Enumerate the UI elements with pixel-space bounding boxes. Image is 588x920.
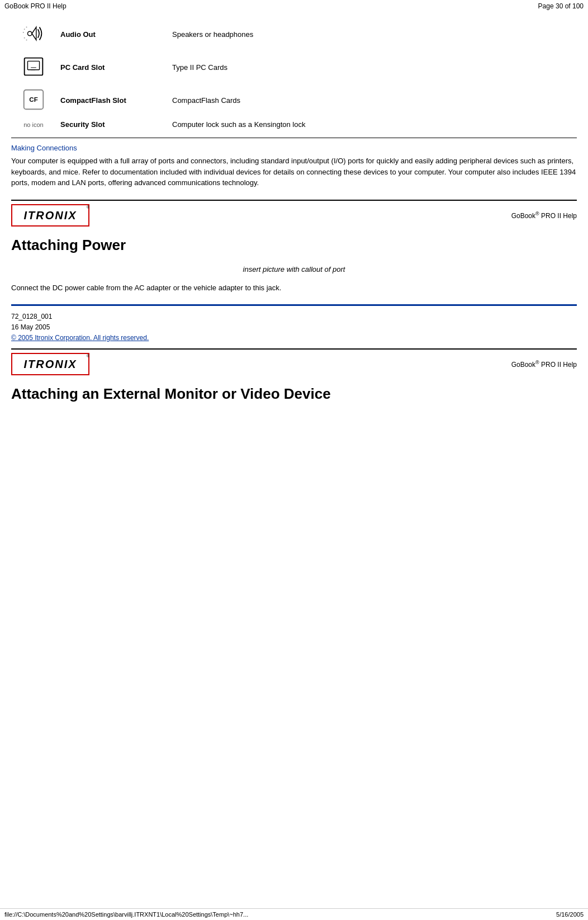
svg-point-3 xyxy=(23,32,24,33)
no-icon-cell: no icon xyxy=(11,117,56,132)
svg-point-4 xyxy=(24,37,25,39)
security-slot-label: Security Slot xyxy=(56,117,168,132)
gobook-ref-2: GoBook® PRO II Help xyxy=(511,360,577,369)
svg-point-2 xyxy=(26,27,27,28)
audio-icon xyxy=(20,21,47,46)
svg-text:ITRONIX: ITRONIX xyxy=(23,209,77,221)
audio-out-label: Audio Out xyxy=(56,18,168,51)
pccard-label: PC Card Slot xyxy=(56,51,168,84)
doc-id: 72_0128_001 xyxy=(11,312,577,322)
svg-text:®: ® xyxy=(87,205,89,210)
compactflash-icon: CF xyxy=(20,87,47,112)
cf-desc: CompactFlash Cards xyxy=(168,84,577,117)
top-bar: GoBook PRO II Help Page 30 of 100 xyxy=(0,0,588,12)
cf-label: CompactFlash Slot xyxy=(56,84,168,117)
footer-info: 72_0128_001 16 May 2005 © 2005 Itronix C… xyxy=(11,312,577,344)
pccard-icon xyxy=(20,54,47,79)
svg-point-1 xyxy=(24,29,25,30)
svg-rect-7 xyxy=(27,61,39,69)
bottom-date: 5/16/2005 xyxy=(556,911,584,918)
making-connections-body: Your computer is equipped with a full ar… xyxy=(11,155,577,188)
itronix-logo-svg-2: ITRONIX ® xyxy=(11,353,89,375)
copyright-link[interactable]: © 2005 Itronix Corporation. All rights r… xyxy=(11,334,149,342)
connect-text: Connect the DC power cable from the AC a… xyxy=(11,282,577,294)
insert-picture-label: insert picture with callout of port xyxy=(11,265,577,273)
svg-point-0 xyxy=(27,31,32,36)
audio-icon-cell xyxy=(11,18,56,51)
pccard-icon-cell xyxy=(11,51,56,84)
svg-text:CF: CF xyxy=(29,96,37,103)
no-icon-label: no icon xyxy=(23,121,43,128)
logo-bar-1: ITRONIX ® GoBook® PRO II Help xyxy=(11,200,577,229)
main-content: Audio Out Speakers or headphones PC Card… xyxy=(0,12,588,417)
svg-text:®: ® xyxy=(87,353,89,358)
page-number: Page 30 of 100 xyxy=(538,2,584,10)
bottom-bar: file://C:\Documents%20and%20Settings\bar… xyxy=(0,908,588,920)
table-row: PC Card Slot Type II PC Cards xyxy=(11,51,577,84)
table-row: no icon Security Slot Computer lock such… xyxy=(11,117,577,132)
footer-copyright: © 2005 Itronix Corporation. All rights r… xyxy=(11,333,577,343)
attaching-monitor-heading: Attaching an External Monitor or Video D… xyxy=(11,385,577,403)
thick-divider xyxy=(11,304,577,306)
help-title: GoBook PRO II Help xyxy=(4,2,67,10)
making-connections-link[interactable]: Making Connections xyxy=(11,144,77,152)
itronix-logo-svg-1: ITRONIX ® xyxy=(11,204,89,227)
icon-table: Audio Out Speakers or headphones PC Card… xyxy=(11,18,577,132)
svg-rect-6 xyxy=(25,58,43,76)
svg-text:ITRONIX: ITRONIX xyxy=(23,358,77,370)
pccard-desc: Type II PC Cards xyxy=(168,51,577,84)
itronix-logo-1: ITRONIX ® xyxy=(11,204,89,227)
file-path: file://C:\Documents%20and%20Settings\bar… xyxy=(4,911,248,918)
attaching-power-heading: Attaching Power xyxy=(11,237,577,254)
itronix-logo-2: ITRONIX ® xyxy=(11,353,89,375)
svg-point-5 xyxy=(26,40,27,41)
section-divider xyxy=(11,138,577,138)
gobook-ref-1: GoBook® PRO II Help xyxy=(511,211,577,220)
logo-bar-2: ITRONIX ® GoBook® PRO II Help xyxy=(11,348,577,378)
audio-out-desc: Speakers or headphones xyxy=(168,18,577,51)
table-row: Audio Out Speakers or headphones xyxy=(11,18,577,51)
cf-icon-cell: CF xyxy=(11,84,56,117)
footer-date: 16 May 2005 xyxy=(11,322,577,333)
table-row: CF CompactFlash Slot CompactFlash Cards xyxy=(11,84,577,117)
security-slot-desc: Computer lock such as a Kensington lock xyxy=(168,117,577,132)
